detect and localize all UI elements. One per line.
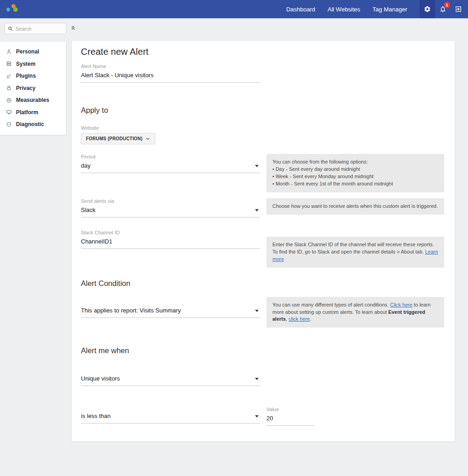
nav-link[interactable]: Dashboard (286, 6, 315, 13)
sign-out-icon (455, 5, 462, 13)
search-box[interactable] (5, 23, 66, 34)
nav-link[interactable]: Tag Manager (372, 6, 407, 13)
report-value: This applies to report: Visits Summary (81, 304, 260, 318)
collapse-menu-button[interactable] (70, 25, 76, 33)
alert-condition-heading: Alert Condition (81, 279, 444, 288)
website-selector-value: FORUMS (PRODUCTION) (86, 136, 143, 141)
slack-channel-help: Enter the Slack Channel ID of the channe… (266, 237, 444, 268)
server-icon (6, 61, 12, 67)
website-label: Website (81, 125, 444, 131)
period-help-item: • Week - Sent every Monday around midnig… (272, 173, 438, 180)
period-label: Period (81, 154, 260, 159)
sidebar-item-personal[interactable]: Personal (0, 46, 66, 58)
alert-name-input[interactable]: Alert Slack - Unique visitors (81, 69, 260, 83)
click-here-link-1[interactable]: Click here (390, 302, 412, 307)
create-alert-card: Create new Alert Alert Name Alert Slack … (71, 40, 455, 442)
admin-sidebar: Personal System Plugins Privacy Measurab… (0, 41, 66, 135)
search-icon (8, 26, 13, 32)
comparison-select[interactable]: is less than (81, 402, 260, 423)
shield-check-icon (6, 122, 12, 127)
search-input[interactable] (16, 26, 63, 32)
sign-out-button[interactable] (451, 0, 466, 18)
value-label: Value (266, 407, 314, 412)
value-group[interactable]: Value 20 (266, 402, 314, 426)
plug-icon (6, 73, 12, 79)
settings-button[interactable] (420, 0, 435, 18)
sidebar-item-privacy[interactable]: Privacy (0, 82, 66, 95)
period-help-item: • Month - Sent every 1st of the month ar… (272, 180, 438, 188)
report-select[interactable]: This applies to report: Visits Summary (81, 297, 260, 318)
send-via-help: Choose how you want to receive alerts wh… (266, 198, 444, 215)
slack-channel-group[interactable]: Slack Channel ID ChannelID1 (81, 230, 260, 249)
metric-select[interactable]: Unique visitors (81, 372, 260, 386)
top-navbar: DashboardAll WebsitesTag Manager 1 (0, 0, 468, 18)
comparison-value: is less than (81, 410, 260, 423)
sidebar-item-diagnostic[interactable]: Diagnostic (0, 118, 66, 131)
slack-channel-label: Slack Channel ID (81, 230, 260, 235)
click-here-link-2[interactable]: click here (288, 316, 309, 322)
measurable-icon (6, 97, 12, 103)
period-value: day (81, 159, 260, 173)
sidebar-item-measurables[interactable]: Measurables (0, 94, 66, 106)
period-help-intro: You can choose from the following option… (272, 159, 438, 166)
alert-name-label: Alert Name (81, 63, 260, 69)
metric-value: Unique visitors (81, 372, 260, 386)
nav-links: DashboardAll WebsitesTag Manager (286, 6, 420, 13)
dropdown-caret-icon (255, 378, 259, 380)
dropdown-caret-icon (255, 415, 259, 418)
nav-link[interactable]: All Websites (328, 6, 360, 13)
condition-help: You can use many different types of aler… (266, 297, 444, 328)
gear-icon (424, 5, 431, 13)
dropdown-caret-icon (255, 165, 259, 167)
page-title: Create new Alert (81, 47, 444, 57)
monitor-icon (6, 109, 12, 115)
send-via-value: Slack (81, 204, 260, 217)
slack-channel-input[interactable]: ChannelID1 (81, 235, 260, 249)
chevron-down-icon (145, 136, 150, 141)
notifications-button[interactable]: 1 (435, 0, 451, 18)
value-input[interactable]: 20 (266, 412, 314, 426)
website-selector-button[interactable]: FORUMS (PRODUCTION) (81, 133, 155, 144)
send-via-select[interactable]: Send alerts via Slack (81, 198, 260, 217)
lock-icon (6, 85, 12, 91)
dropdown-caret-icon (255, 209, 259, 212)
notification-badge[interactable]: 1 (444, 2, 450, 8)
logo-dot-teal (6, 8, 10, 11)
send-via-label: Send alerts via (81, 198, 260, 204)
dropdown-caret-icon (255, 310, 259, 312)
sidebar-item-plugins[interactable]: Plugins (0, 70, 66, 82)
sidebar-item-system[interactable]: System (0, 58, 66, 70)
person-icon (6, 49, 12, 55)
alert-name-group[interactable]: Alert Name Alert Slack - Unique visitors (81, 63, 260, 83)
double-chevron-up-icon (70, 25, 76, 31)
alert-me-when-heading: Alert me when (81, 346, 444, 355)
logo-dot-green (13, 7, 18, 12)
period-help: You can choose from the following option… (266, 154, 444, 192)
period-select[interactable]: Period day (81, 154, 260, 173)
period-help-item: • Day - Sent every day around midnight (272, 166, 438, 173)
apply-to-heading: Apply to (81, 106, 444, 115)
sidebar-item-platform[interactable]: Platform (0, 106, 66, 119)
matomo-logo[interactable] (6, 3, 22, 16)
